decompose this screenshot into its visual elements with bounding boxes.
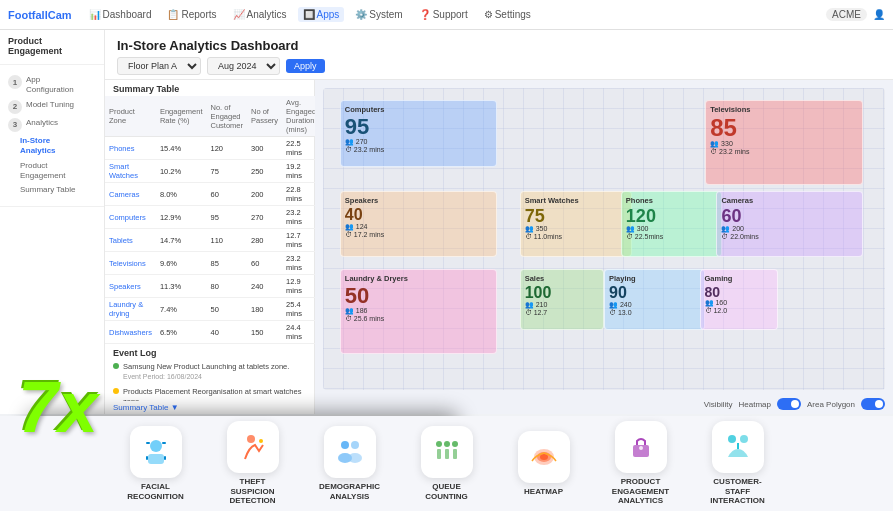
floor-plan: Televisions 85 👥 330 ⏱ 23.2 mins Compute… <box>323 88 885 390</box>
zone-cameras[interactable]: Cameras 60 👥 200 ⏱ 22.0mins <box>716 191 862 257</box>
heatmap-label: Heatmap <box>739 400 771 409</box>
zone-cell[interactable]: Dishwashers <box>105 321 156 344</box>
engaged-cell: 40 <box>206 321 247 344</box>
feature-queue-counting[interactable]: QUEUECOUNTING <box>404 426 489 501</box>
nav-system[interactable]: ⚙️ System <box>350 7 407 22</box>
date-select[interactable]: Aug 2024 <box>207 57 280 75</box>
table-row: Dishwashers 6.5% 40 150 24.4 mins <box>105 321 320 344</box>
table-row: Phones 15.4% 120 300 22.5 mins <box>105 137 320 160</box>
sidebar-product-engagement: Product Engagement <box>0 30 104 65</box>
zone-playing[interactable]: Playing 90 👥 240 ⏱ 13.0 <box>604 269 705 329</box>
event-dot <box>113 363 119 369</box>
page-title: In-Store Analytics Dashboard <box>117 38 881 53</box>
svg-point-20 <box>540 454 548 460</box>
nav-settings[interactable]: ⚙ Settings <box>479 7 536 22</box>
sidebar-title: Product Engagement <box>8 36 96 56</box>
seven-x-overlay: 7x <box>18 371 98 443</box>
feature-theft-suspicion[interactable]: THEFTSUSPICIONDETECTION <box>210 421 295 506</box>
heatmap-toggle[interactable] <box>777 398 801 410</box>
engaged-cell: 85 <box>206 252 247 275</box>
zone-speakers[interactable]: Speakers 40 👥 124 ⏱ 17.2 mins <box>340 191 497 257</box>
zone-cell[interactable]: Computers <box>105 206 156 229</box>
svg-point-14 <box>452 441 458 447</box>
col-passery: No of Passery <box>247 96 282 137</box>
zone-sales[interactable]: Sales 100 👥 210 ⏱ 12.7 <box>520 269 604 329</box>
product-engagement-label: PRODUCTENGAGEMENTANALYTICS <box>612 477 669 506</box>
zone-cell[interactable]: Cameras <box>105 183 156 206</box>
heatmap-label-icon: HEATMAP <box>524 487 563 497</box>
nav-support[interactable]: ❓ Support <box>414 7 473 22</box>
sidebar-step-1[interactable]: 1 AppConfiguration <box>8 75 96 96</box>
passery-cell: 240 <box>247 275 282 298</box>
nav-dashboard[interactable]: 📊 Dashboard <box>84 7 157 22</box>
table-row: Cameras 8.0% 60 200 22.8 mins <box>105 183 320 206</box>
feature-heatmap[interactable]: HEATMAP <box>501 431 586 497</box>
demographic-icon-box <box>324 426 376 478</box>
zone-laundry[interactable]: Laundry & Dryers 50 👥 186 ⏱ 25.6 mins <box>340 269 497 354</box>
table-row: Smart Watches 10.2% 75 250 19.2 mins <box>105 160 320 183</box>
sidebar-step-instore[interactable]: In-StoreAnalytics <box>20 136 96 157</box>
zone-cell[interactable]: Laundry & drying <box>105 298 156 321</box>
area-polygon-toggle[interactable] <box>861 398 885 410</box>
zone-cell[interactable]: Smart Watches <box>105 160 156 183</box>
svg-point-13 <box>444 441 450 447</box>
passery-cell: 300 <box>247 137 282 160</box>
floor-select[interactable]: Floor Plan A <box>117 57 201 75</box>
user-avatar-icon[interactable]: 👤 <box>873 9 885 20</box>
summary-table: Product Zone Engagement Rate (%) No. of … <box>105 96 320 344</box>
passery-cell: 270 <box>247 206 282 229</box>
user-badge[interactable]: ACME <box>826 8 867 21</box>
svg-point-9 <box>351 441 359 449</box>
step-label-2: Model Tuning <box>26 100 74 110</box>
sidebar-step-2[interactable]: 2 Model Tuning <box>8 100 96 114</box>
brand-logo: FootfallCam <box>8 9 72 21</box>
sidebar-step-summary[interactable]: Summary Table <box>20 185 96 195</box>
step-label-1: AppConfiguration <box>26 75 74 96</box>
zone-cell[interactable]: Phones <box>105 137 156 160</box>
zone-cell[interactable]: Speakers <box>105 275 156 298</box>
theft-suspicion-icon-box <box>227 421 279 473</box>
passery-cell: 280 <box>247 229 282 252</box>
zone-cell[interactable]: Tablets <box>105 229 156 252</box>
rate-cell: 14.7% <box>156 229 207 252</box>
zone-gaming[interactable]: Gaming 80 👥 160 ⏱ 12.0 <box>700 269 779 329</box>
event-log: Event Log Samsung New Product Launching … <box>105 344 314 401</box>
engaged-cell: 95 <box>206 206 247 229</box>
col-engaged: No. of Engaged Customer <box>206 96 247 137</box>
table-row: Speakers 11.3% 80 240 12.9 mins <box>105 275 320 298</box>
feature-product-engagement[interactable]: PRODUCTENGAGEMENTANALYTICS <box>598 421 683 506</box>
table-row: Televisions 9.6% 85 60 23.2 mins <box>105 252 320 275</box>
nav-apps[interactable]: 🔲 Apps <box>298 7 345 22</box>
svg-point-8 <box>341 441 349 449</box>
zone-televisions[interactable]: Televisions 85 👥 330 ⏱ 23.2 mins <box>705 100 862 185</box>
summary-table-header: Summary Table <box>105 80 314 96</box>
table-row: Tablets 14.7% 110 280 12.7 mins <box>105 229 320 252</box>
right-panel: Televisions 85 👥 330 ⏱ 23.2 mins Compute… <box>315 80 893 414</box>
nav-analytics[interactable]: 📈 Analytics <box>228 7 292 22</box>
zone-smart-watches[interactable]: Smart Watches 75 👥 350 ⏱ 11.0mins <box>520 191 632 257</box>
nav-reports[interactable]: 📋 Reports <box>162 7 221 22</box>
feature-demographic[interactable]: DEMOGRAPHICANALYSIS <box>307 426 392 501</box>
zone-cell[interactable]: Televisions <box>105 252 156 275</box>
zone-computers[interactable]: Computers 95 👥 270 ⏱ 23.2 mins <box>340 100 497 166</box>
rate-cell: 10.2% <box>156 160 207 183</box>
summary-table-link[interactable]: Summary Table ▼ <box>105 401 314 414</box>
event-dot <box>113 388 119 394</box>
apply-button[interactable]: Apply <box>286 59 325 73</box>
feature-customer-staff[interactable]: CUSTOMER-STAFFINTERACTION <box>695 421 780 506</box>
feature-facial-recognition[interactable]: FACIALRECOGNITION <box>113 426 198 501</box>
col-zone: Product Zone <box>105 96 156 137</box>
svg-point-11 <box>348 453 362 463</box>
event-text: Products Placement Reorganisation at sma… <box>123 387 306 401</box>
zone-phones[interactable]: Phones 120 👥 300 ⏱ 22.5mins <box>621 191 722 257</box>
rate-cell: 12.9% <box>156 206 207 229</box>
rate-cell: 15.4% <box>156 137 207 160</box>
customer-staff-icon-box <box>712 421 764 473</box>
content-area: In-Store Analytics Dashboard Floor Plan … <box>105 30 893 414</box>
event-item: Products Placement Reorganisation at sma… <box>113 387 306 401</box>
nav-right: ACME 👤 <box>826 8 885 21</box>
engaged-cell: 75 <box>206 160 247 183</box>
sidebar-step-3[interactable]: 3 Analytics <box>8 118 96 132</box>
left-panel: Summary Table Product Zone Engagement Ra… <box>105 80 315 414</box>
sidebar-step-product[interactable]: ProductEngagement <box>20 161 96 182</box>
